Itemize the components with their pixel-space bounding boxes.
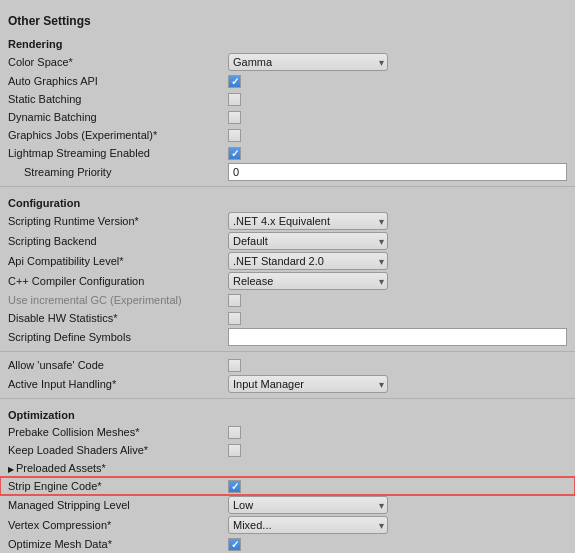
vertex-compression-label: Vertex Compression* (8, 519, 228, 531)
keep-shaders-label: Keep Loaded Shaders Alive* (8, 444, 228, 456)
page-title: Other Settings (0, 8, 575, 32)
keep-shaders-control (228, 444, 567, 457)
lightmap-streaming-control (228, 147, 567, 160)
scripting-backend-dropdown-wrapper: Default Mono IL2CPP (228, 232, 388, 250)
managed-stripping-row: Managed Stripping Level Low Medium High (0, 495, 575, 515)
graphics-jobs-row: Graphics Jobs (Experimental)* (0, 126, 575, 144)
active-input-control: Input Manager Input System Package Both (228, 375, 567, 393)
scripting-runtime-dropdown-wrapper: .NET 4.x Equivalent .NET 3.5 Equivalent (228, 212, 388, 230)
rendering-section-header: Rendering (0, 32, 575, 52)
api-compatibility-dropdown-wrapper: .NET Standard 2.0 .NET 4.x (228, 252, 388, 270)
divider-1 (0, 186, 575, 187)
disable-hw-stats-row: Disable HW Statistics* (0, 309, 575, 327)
vertex-compression-row: Vertex Compression* Mixed... None Everyt… (0, 515, 575, 535)
prebake-collision-label: Prebake Collision Meshes* (8, 426, 228, 438)
optimize-mesh-label: Optimize Mesh Data* (8, 538, 228, 550)
strip-engine-code-row: Strip Engine Code* (0, 477, 575, 495)
scripting-backend-control: Default Mono IL2CPP (228, 232, 567, 250)
active-input-row: Active Input Handling* Input Manager Inp… (0, 374, 575, 394)
scripting-backend-dropdown[interactable]: Default Mono IL2CPP (228, 232, 388, 250)
scripting-backend-label: Scripting Backend (8, 235, 228, 247)
allow-unsafe-label: Allow 'unsafe' Code (8, 359, 228, 371)
cpp-compiler-label: C++ Compiler Configuration (8, 275, 228, 287)
disable-hw-stats-checkbox[interactable] (228, 312, 241, 325)
auto-graphics-checkbox[interactable] (228, 75, 241, 88)
static-batching-row: Static Batching (0, 90, 575, 108)
vertex-compression-dropdown-wrapper: Mixed... None Everything (228, 516, 388, 534)
graphics-jobs-control (228, 129, 567, 142)
dynamic-batching-control (228, 111, 567, 124)
prebake-collision-checkbox[interactable] (228, 426, 241, 439)
incremental-gc-control (228, 294, 567, 307)
strip-engine-code-control (228, 480, 567, 493)
disable-hw-stats-control (228, 312, 567, 325)
vertex-compression-dropdown[interactable]: Mixed... None Everything (228, 516, 388, 534)
color-space-label: Color Space* (8, 56, 228, 68)
lightmap-streaming-checkbox[interactable] (228, 147, 241, 160)
managed-stripping-dropdown[interactable]: Low Medium High (228, 496, 388, 514)
dynamic-batching-row: Dynamic Batching (0, 108, 575, 126)
vertex-compression-control: Mixed... None Everything (228, 516, 567, 534)
strip-engine-code-label: Strip Engine Code* (8, 480, 228, 492)
prebake-collision-row: Prebake Collision Meshes* (0, 423, 575, 441)
dynamic-batching-label: Dynamic Batching (8, 111, 228, 123)
incremental-gc-label: Use incremental GC (Experimental) (8, 294, 228, 306)
dynamic-batching-checkbox[interactable] (228, 111, 241, 124)
lightmap-streaming-label: Lightmap Streaming Enabled (8, 147, 228, 159)
prebake-collision-control (228, 426, 567, 439)
divider-3 (0, 398, 575, 399)
configuration-section-header: Configuration (0, 191, 575, 211)
optimize-mesh-checkbox[interactable] (228, 538, 241, 551)
managed-stripping-dropdown-wrapper: Low Medium High (228, 496, 388, 514)
scripting-runtime-row: Scripting Runtime Version* .NET 4.x Equi… (0, 211, 575, 231)
streaming-priority-row: Streaming Priority (0, 162, 575, 182)
cpp-compiler-dropdown[interactable]: Release Debug Master (228, 272, 388, 290)
static-batching-checkbox[interactable] (228, 93, 241, 106)
strip-engine-code-checkbox[interactable] (228, 480, 241, 493)
active-input-label: Active Input Handling* (8, 378, 228, 390)
color-space-row: Color Space* Gamma Linear (0, 52, 575, 72)
disable-hw-stats-label: Disable HW Statistics* (8, 312, 228, 324)
color-space-dropdown[interactable]: Gamma Linear (228, 53, 388, 71)
api-compatibility-dropdown[interactable]: .NET Standard 2.0 .NET 4.x (228, 252, 388, 270)
scripting-define-label: Scripting Define Symbols (8, 331, 228, 343)
active-input-dropdown-wrapper: Input Manager Input System Package Both (228, 375, 388, 393)
keep-shaders-checkbox[interactable] (228, 444, 241, 457)
allow-unsafe-checkbox[interactable] (228, 359, 241, 372)
streaming-priority-input[interactable] (228, 163, 567, 181)
incremental-gc-checkbox[interactable] (228, 294, 241, 307)
managed-stripping-control: Low Medium High (228, 496, 567, 514)
auto-graphics-control (228, 75, 567, 88)
scripting-runtime-dropdown[interactable]: .NET 4.x Equivalent .NET 3.5 Equivalent (228, 212, 388, 230)
allow-unsafe-control (228, 359, 567, 372)
color-space-control: Gamma Linear (228, 53, 567, 71)
preloaded-assets-foldout-icon[interactable]: ▶ (8, 465, 14, 474)
settings-container: Other Settings Rendering Color Space* Ga… (0, 0, 575, 553)
color-space-dropdown-wrapper: Gamma Linear (228, 53, 388, 71)
optimization-section-header: Optimization (0, 403, 575, 423)
allow-unsafe-row: Allow 'unsafe' Code (0, 356, 575, 374)
scripting-runtime-control: .NET 4.x Equivalent .NET 3.5 Equivalent (228, 212, 567, 230)
auto-graphics-row: Auto Graphics API (0, 72, 575, 90)
static-batching-control (228, 93, 567, 106)
auto-graphics-label: Auto Graphics API (8, 75, 228, 87)
streaming-priority-control (228, 163, 567, 181)
graphics-jobs-label: Graphics Jobs (Experimental)* (8, 129, 228, 141)
streaming-priority-label: Streaming Priority (8, 166, 228, 178)
keep-shaders-row: Keep Loaded Shaders Alive* (0, 441, 575, 459)
api-compatibility-row: Api Compatibility Level* .NET Standard 2… (0, 251, 575, 271)
graphics-jobs-checkbox[interactable] (228, 129, 241, 142)
scripting-define-input[interactable] (228, 328, 567, 346)
preloaded-assets-label: ▶Preloaded Assets* (8, 462, 228, 474)
api-compatibility-label: Api Compatibility Level* (8, 255, 228, 267)
cpp-compiler-row: C++ Compiler Configuration Release Debug… (0, 271, 575, 291)
lightmap-streaming-row: Lightmap Streaming Enabled (0, 144, 575, 162)
active-input-dropdown[interactable]: Input Manager Input System Package Both (228, 375, 388, 393)
static-batching-label: Static Batching (8, 93, 228, 105)
managed-stripping-label: Managed Stripping Level (8, 499, 228, 511)
cpp-compiler-dropdown-wrapper: Release Debug Master (228, 272, 388, 290)
preloaded-assets-row: ▶Preloaded Assets* (0, 459, 575, 477)
scripting-define-control (228, 328, 567, 346)
api-compatibility-control: .NET Standard 2.0 .NET 4.x (228, 252, 567, 270)
cpp-compiler-control: Release Debug Master (228, 272, 567, 290)
